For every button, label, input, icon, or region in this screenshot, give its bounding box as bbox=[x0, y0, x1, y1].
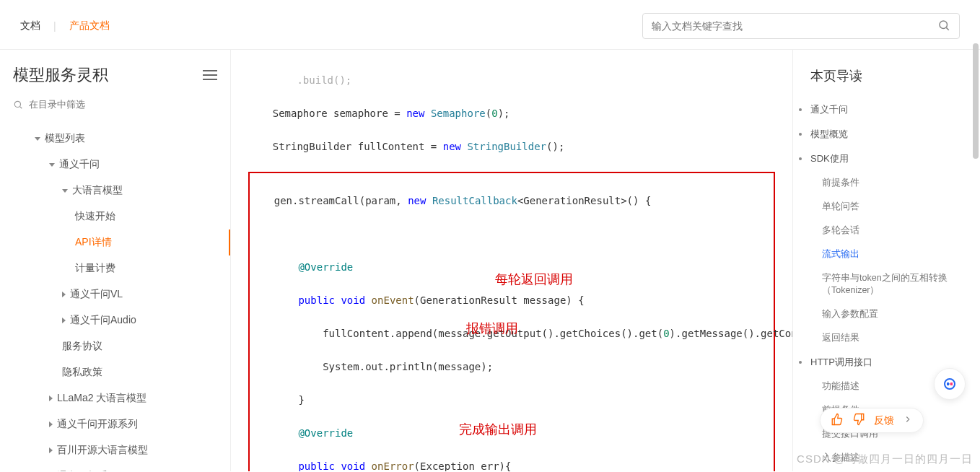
nav-doc[interactable]: 文档 bbox=[20, 19, 40, 32]
sidebar-filter[interactable] bbox=[13, 99, 217, 110]
tree-service[interactable]: 服务协议 bbox=[13, 333, 217, 359]
tree-wanxiang[interactable]: 通义万相系列 bbox=[13, 463, 217, 471]
content-area: .build(); Semaphore semaphore = new Sema… bbox=[231, 50, 792, 471]
toc-title: 本页导读 bbox=[810, 67, 968, 84]
tree-api[interactable]: API详情 bbox=[13, 230, 217, 255]
tree-tongyi-audio[interactable]: 通义千问Audio bbox=[13, 307, 217, 333]
toc-input2[interactable]: 入参描述 bbox=[810, 446, 968, 470]
tree-tongyi-vl[interactable]: 通义千问VL bbox=[13, 281, 217, 307]
toc-prereq[interactable]: 前提条件 bbox=[810, 171, 968, 195]
toc-multi[interactable]: 多轮会话 bbox=[810, 219, 968, 242]
feedback-bar[interactable]: 反馈 bbox=[820, 408, 924, 433]
scrollbar-thumb[interactable] bbox=[973, 43, 979, 159]
menu-icon[interactable] bbox=[203, 67, 217, 83]
tree-quickstart[interactable]: 快速开始 bbox=[13, 204, 217, 230]
tree-llm[interactable]: 大语言模型 bbox=[13, 178, 217, 204]
assistant-float-button[interactable] bbox=[934, 368, 966, 400]
toc-tokenizer[interactable]: 字符串与token之间的互相转换（Tokenizer） bbox=[810, 266, 968, 302]
sidebar-title: 模型服务灵积 bbox=[13, 64, 108, 86]
doc-search[interactable] bbox=[642, 13, 960, 39]
thumbs-down-icon[interactable] bbox=[852, 413, 865, 428]
toc-sdk[interactable]: SDK使用 bbox=[810, 147, 968, 171]
annotation-per-round: 每轮返回调用 bbox=[495, 271, 573, 288]
thumbs-up-icon[interactable] bbox=[831, 413, 844, 428]
nav-product-doc[interactable]: 产品文档 bbox=[69, 19, 110, 32]
filter-input[interactable] bbox=[29, 99, 217, 110]
toc-input[interactable]: 输入参数配置 bbox=[810, 302, 968, 326]
sidebar: 模型服务灵积 模型列表 通义千问 大语言模型 快速开始 API详情 计量计费 通… bbox=[0, 50, 231, 471]
tree-tongyi[interactable]: 通义千问 bbox=[13, 152, 217, 178]
toc-stream[interactable]: 流式输出 bbox=[810, 242, 968, 266]
svg-line-1 bbox=[946, 27, 948, 30]
nav-divider: | bbox=[53, 20, 56, 32]
chevron-right-icon[interactable] bbox=[903, 414, 913, 427]
tree-llama2[interactable]: LLaMa2 大语言模型 bbox=[13, 385, 217, 411]
tree-tongyi-open[interactable]: 通义千问开源系列 bbox=[13, 411, 217, 437]
search-icon[interactable] bbox=[937, 19, 950, 34]
annotation-error: 报错调用 bbox=[466, 320, 518, 337]
tree-baichuan[interactable]: 百川开源大语言模型 bbox=[13, 437, 217, 463]
tree-model-list[interactable]: 模型列表 bbox=[13, 126, 217, 152]
toc-single[interactable]: 单轮问答 bbox=[810, 195, 968, 219]
feedback-label: 反馈 bbox=[874, 414, 894, 427]
tree-billing[interactable]: 计量计费 bbox=[13, 255, 217, 281]
svg-point-0 bbox=[940, 21, 948, 29]
toc-tongyi[interactable]: 通义千问 bbox=[810, 97, 968, 122]
svg-line-3 bbox=[20, 106, 22, 108]
tree-privacy[interactable]: 隐私政策 bbox=[13, 359, 217, 385]
toc-return[interactable]: 返回结果 bbox=[810, 326, 968, 350]
toc-overview[interactable]: 模型概览 bbox=[810, 122, 968, 147]
code-block: .build(); Semaphore semaphore = new Sema… bbox=[248, 50, 775, 471]
svg-point-2 bbox=[14, 101, 20, 107]
annotation-complete: 完成输出调用 bbox=[459, 421, 537, 438]
search-input[interactable] bbox=[652, 20, 937, 32]
